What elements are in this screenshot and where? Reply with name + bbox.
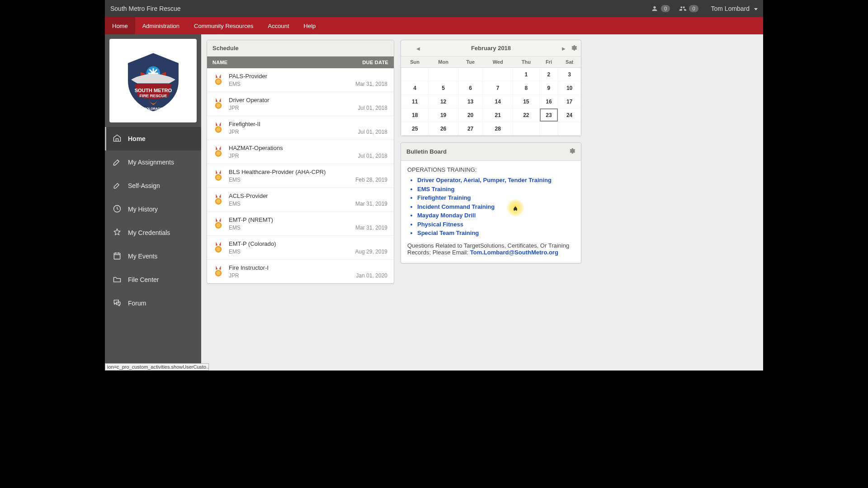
calendar-day[interactable]: 15 (513, 95, 540, 108)
bulletin-link[interactable]: Firefighter Training (417, 193, 575, 202)
schedule-item[interactable]: EMT-P (Colorado)EMSAug 29, 2019 (207, 236, 394, 260)
schedule-item-category: EMS (229, 249, 350, 255)
calendar-day[interactable]: 12 (429, 95, 458, 108)
calendar-day[interactable]: 4 (401, 81, 429, 95)
calendar-day[interactable]: 7 (483, 81, 513, 95)
sidebar-item-forum[interactable]: Forum (105, 291, 201, 315)
bulletin-settings-button[interactable] (568, 147, 576, 156)
schedule-item[interactable]: ACLS-ProviderEMSMar 31, 2019 (207, 188, 394, 212)
sidebar-item-my-assignments[interactable]: My Assignments (105, 150, 201, 174)
nav-tab-account[interactable]: Account (261, 17, 297, 34)
calendar-weekday: Tue (458, 56, 482, 68)
nav-tab-community-resources[interactable]: Community Resources (187, 17, 261, 34)
bulletin-heading: OPERATIONS TRAINING: (407, 166, 575, 173)
groups-count: 0 (689, 5, 698, 12)
schedule-item-due: Feb 28, 2019 (355, 177, 387, 183)
calendar-title: February 2018 (471, 45, 511, 52)
svg-text:COLORADO: COLORADO (144, 107, 162, 110)
calendar-day[interactable]: 16 (539, 95, 558, 108)
user-icon (651, 5, 658, 13)
bulletin-link[interactable]: EMS Training (417, 185, 575, 194)
sidebar-item-file-center[interactable]: File Center (105, 268, 201, 291)
bulletin-link[interactable]: Mayday Monday Drill (417, 211, 575, 220)
calendar-day[interactable]: 11 (401, 95, 429, 108)
svg-point-15 (216, 175, 220, 179)
calendar-day[interactable]: 19 (429, 108, 458, 122)
calendar-day[interactable]: 22 (513, 108, 540, 122)
svg-point-13 (216, 151, 220, 155)
schedule-item-title: EMT-P (NREMT) (229, 216, 350, 223)
schedule-item-category: EMS (229, 81, 350, 87)
bulletin-link[interactable]: Physical Fitness (417, 220, 575, 229)
calendar-panel: ◀ February 2018 ▶ SunMonTueWedThuFriSat … (401, 40, 581, 136)
schedule-item-title: EMT-P (Colorado) (229, 240, 350, 247)
sidebar-item-self-assign[interactable]: Self-Assign (105, 174, 201, 197)
star-icon (113, 228, 122, 238)
calendar-day[interactable]: 28 (483, 122, 513, 136)
pencil2-icon (113, 181, 122, 191)
calendar-day[interactable]: 25 (401, 122, 429, 136)
schedule-item-title: Fire Instructor-I (229, 264, 351, 271)
schedule-item[interactable]: PALS-ProviderEMSMar 31, 2018 (207, 68, 394, 92)
nav-tab-home[interactable]: Home (105, 17, 135, 34)
calendar-day[interactable]: 10 (558, 81, 581, 95)
sidebar-item-my-history[interactable]: My History (105, 197, 201, 221)
medal-icon (213, 145, 223, 159)
calendar-weekday: Sun (401, 56, 429, 68)
calendar-day[interactable]: 26 (429, 122, 458, 136)
schedule-item-category: JPR (229, 153, 353, 159)
sidebar-item-my-events[interactable]: My Events (105, 244, 201, 268)
svg-point-9 (216, 103, 220, 108)
sidebar-item-label: My Credentials (128, 229, 170, 236)
sidebar-item-my-credentials[interactable]: My Credentials (105, 221, 201, 244)
calendar-prev-button[interactable]: ◀ (415, 44, 422, 52)
calendar-day[interactable]: 2 (539, 68, 558, 81)
bulletin-link[interactable]: Incident Command Training (417, 202, 575, 211)
calendar-icon (113, 251, 122, 262)
svg-point-19 (216, 223, 220, 227)
calendar-day[interactable]: 1 (513, 68, 540, 81)
schedule-item[interactable]: Fire Instructor-IJPRJan 01, 2020 (207, 260, 394, 283)
nav-tab-help[interactable]: Help (297, 17, 323, 34)
calendar-day[interactable]: 17 (558, 95, 581, 108)
chat-icon (113, 298, 122, 309)
svg-point-7 (216, 80, 220, 84)
notifications-button[interactable]: 0 (651, 5, 670, 13)
calendar-day[interactable]: 18 (401, 108, 429, 122)
calendar-day[interactable]: 9 (539, 81, 558, 95)
schedule-item[interactable]: Firefighter-IIJPRJul 01, 2018 (207, 116, 394, 140)
schedule-item-category: EMS (229, 201, 350, 207)
schedule-item[interactable]: EMT-P (NREMT)EMSMar 31, 2019 (207, 212, 394, 236)
calendar-settings-button[interactable] (570, 44, 577, 53)
calendar-day[interactable]: 8 (513, 81, 540, 95)
calendar-day[interactable]: 21 (483, 108, 513, 122)
calendar-day[interactable]: 20 (458, 108, 482, 122)
schedule-item[interactable]: BLS Healthcare-Provider (AHA-CPR)EMSFeb … (207, 164, 394, 188)
bulletin-link[interactable]: Driver Operator, Aerial, Pumper, Tender … (417, 176, 575, 185)
schedule-item-category: JPR (229, 129, 353, 135)
schedule-item[interactable]: HAZMAT-OperationsJPRJul 01, 2018 (207, 140, 394, 164)
calendar-day[interactable]: 3 (558, 68, 581, 81)
calendar-day[interactable]: 23 (539, 108, 558, 122)
nav-tab-administration[interactable]: Administration (135, 17, 187, 34)
calendar-day[interactable]: 6 (458, 81, 482, 95)
bulletin-email-link[interactable]: Tom.Lombard@SouthMetro.org (470, 249, 558, 256)
calendar-day[interactable]: 24 (558, 108, 581, 122)
groups-button[interactable]: 0 (679, 5, 698, 13)
sidebar-item-label: My Assignments (128, 159, 174, 166)
status-bar: ion=c_pro_custom_activities.showUserCust… (105, 363, 209, 371)
calendar-day[interactable]: 14 (483, 95, 513, 108)
calendar-day[interactable]: 13 (458, 95, 482, 108)
home-icon (113, 134, 122, 144)
notifications-count: 0 (661, 5, 670, 12)
sidebar-item-home[interactable]: Home (105, 127, 201, 150)
bulletin-link[interactable]: Special Team Training (417, 229, 575, 238)
calendar-day[interactable]: 5 (429, 81, 458, 95)
medal-icon (213, 73, 223, 87)
calendar-day[interactable]: 27 (458, 122, 482, 136)
user-menu[interactable]: Tom Lombard (711, 5, 758, 12)
calendar-next-button[interactable]: ▶ (560, 44, 567, 52)
schedule-item-due: Jan 01, 2020 (356, 272, 387, 279)
schedule-item[interactable]: Driver OperatorJPRJul 01, 2018 (207, 92, 394, 116)
svg-text:FIRE RESCUE: FIRE RESCUE (139, 94, 167, 98)
